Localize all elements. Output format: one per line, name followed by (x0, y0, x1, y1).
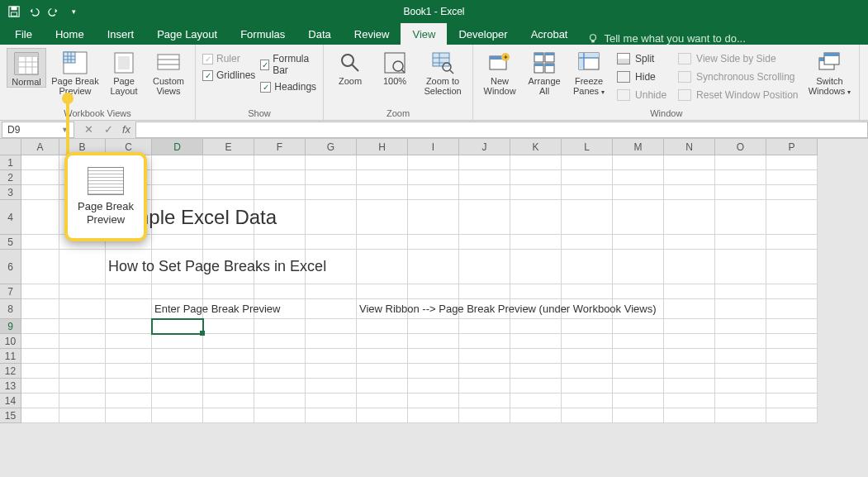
cell-J3[interactable] (459, 185, 510, 200)
cell-C11[interactable] (106, 349, 152, 364)
row-header-10[interactable]: 10 (0, 334, 21, 349)
cell-N13[interactable] (664, 379, 715, 394)
cell-F15[interactable] (254, 408, 306, 423)
column-header-K[interactable]: K (510, 139, 562, 155)
cell-E8[interactable] (203, 299, 254, 319)
cell-K7[interactable] (510, 284, 562, 299)
cell-D15[interactable] (152, 408, 203, 423)
cell-M3[interactable] (613, 185, 664, 200)
column-header-F[interactable]: F (254, 139, 306, 155)
cell-D12[interactable] (152, 364, 203, 379)
row-header-13[interactable]: 13 (0, 379, 21, 394)
cell-N10[interactable] (664, 334, 715, 349)
cell-G9[interactable] (306, 319, 357, 334)
cell-I9[interactable] (408, 319, 459, 334)
column-header-J[interactable]: J (459, 139, 510, 155)
cell-N3[interactable] (664, 185, 715, 200)
row-header-9[interactable]: 9 (0, 319, 21, 334)
column-header-A[interactable]: A (21, 139, 59, 155)
cell-J13[interactable] (459, 379, 510, 394)
cell-M2[interactable] (613, 170, 664, 185)
cell-B9[interactable] (59, 319, 106, 334)
cell-H14[interactable] (357, 394, 408, 408)
cell-I10[interactable] (408, 334, 459, 349)
cell-N15[interactable] (664, 408, 715, 423)
cell-L9[interactable] (562, 319, 613, 334)
cell-G15[interactable] (306, 408, 357, 423)
cell-L8[interactable] (562, 299, 613, 319)
column-header-I[interactable]: I (408, 139, 459, 155)
cell-N14[interactable] (664, 394, 715, 408)
cell-H10[interactable] (357, 334, 408, 349)
cell-O11[interactable] (715, 349, 766, 364)
cell-C14[interactable] (106, 394, 152, 408)
cell-E13[interactable] (203, 379, 254, 394)
tab-developer[interactable]: Developer (447, 23, 519, 45)
row-header-1[interactable]: 1 (0, 155, 21, 170)
cell-P8[interactable] (766, 299, 818, 319)
arrange-all-button[interactable]: Arrange All (524, 48, 564, 96)
cell-F3[interactable] (254, 185, 306, 200)
cell-I1[interactable] (408, 155, 459, 170)
cell-D4[interactable] (152, 200, 203, 235)
cell-G14[interactable] (306, 394, 357, 408)
cell-I4[interactable] (408, 200, 459, 235)
cell-F13[interactable] (254, 379, 306, 394)
row-header-11[interactable]: 11 (0, 349, 21, 364)
cell-P12[interactable] (766, 364, 818, 379)
cell-H9[interactable] (357, 319, 408, 334)
cell-J10[interactable] (459, 334, 510, 349)
cell-E1[interactable] (203, 155, 254, 170)
cell-O1[interactable] (715, 155, 766, 170)
cell-M5[interactable] (613, 235, 664, 250)
row-header-5[interactable]: 5 (0, 235, 21, 250)
cell-P6[interactable] (766, 250, 818, 284)
redo-button[interactable] (45, 2, 63, 21)
cell-B8[interactable] (59, 299, 106, 319)
cell-D1[interactable] (152, 155, 203, 170)
cell-L13[interactable] (562, 379, 613, 394)
tab-review[interactable]: Review (343, 23, 401, 45)
cell-G1[interactable] (306, 155, 357, 170)
cell-A7[interactable] (21, 284, 59, 299)
row-header-7[interactable]: 7 (0, 284, 21, 299)
cell-H8[interactable] (357, 299, 408, 319)
cell-N5[interactable] (664, 235, 715, 250)
column-header-D[interactable]: D (152, 139, 203, 155)
cell-A5[interactable] (21, 235, 59, 250)
cell-H12[interactable] (357, 364, 408, 379)
tab-insert[interactable]: Insert (96, 23, 146, 45)
cell-K13[interactable] (510, 379, 562, 394)
formula-input[interactable] (135, 122, 868, 138)
cell-C12[interactable] (106, 364, 152, 379)
formula-bar-checkbox[interactable]: ✓Formula Bar (260, 53, 316, 76)
page-break-preview-button[interactable]: Page Break Preview (51, 48, 99, 96)
cell-D6[interactable] (152, 250, 203, 284)
cell-G4[interactable] (306, 200, 357, 235)
freeze-panes-button[interactable]: Freeze Panes ▾ (569, 48, 609, 97)
cell-E15[interactable] (203, 408, 254, 423)
cell-A10[interactable] (21, 334, 59, 349)
cell-O3[interactable] (715, 185, 766, 200)
cell-D10[interactable] (152, 334, 203, 349)
cell-N7[interactable] (664, 284, 715, 299)
cell-M9[interactable] (613, 319, 664, 334)
undo-button[interactable] (25, 2, 43, 21)
cell-E12[interactable] (203, 364, 254, 379)
cell-C8[interactable] (106, 299, 152, 319)
cell-E4[interactable] (203, 200, 254, 235)
cell-E3[interactable] (203, 185, 254, 200)
tell-me-search[interactable]: Tell me what you want to do... (579, 32, 745, 45)
cell-M13[interactable] (613, 379, 664, 394)
cell-J11[interactable] (459, 349, 510, 364)
cell-L7[interactable] (562, 284, 613, 299)
column-header-N[interactable]: N (664, 139, 715, 155)
zoom-to-selection-button[interactable]: Zoom to Selection (420, 48, 466, 96)
cell-F5[interactable] (254, 235, 306, 250)
cell-F6[interactable] (254, 250, 306, 284)
cell-E9[interactable] (203, 319, 254, 334)
cell-O14[interactable] (715, 394, 766, 408)
cell-H1[interactable] (357, 155, 408, 170)
tab-formulas[interactable]: Formulas (229, 23, 296, 45)
column-header-H[interactable]: H (357, 139, 408, 155)
